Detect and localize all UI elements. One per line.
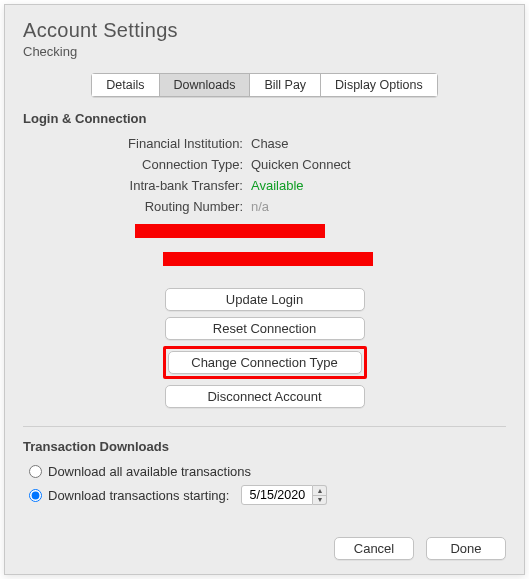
done-button[interactable]: Done [426, 537, 506, 560]
redacted-row-2 [23, 252, 506, 266]
radio-download-starting[interactable]: Download transactions starting: ▲ ▼ [23, 485, 506, 505]
row-routing-number: Routing Number: n/a [23, 199, 506, 214]
stepper-down-icon[interactable]: ▼ [313, 496, 326, 505]
page-subtitle: Checking [23, 44, 506, 59]
dialog-footer: Cancel Done [5, 527, 524, 574]
section-divider [23, 426, 506, 427]
ct-label: Connection Type: [23, 157, 251, 172]
redaction-bar [135, 224, 325, 238]
radio-all-input[interactable] [29, 465, 42, 478]
tab-details[interactable]: Details [91, 73, 158, 97]
date-stepper-buttons: ▲ ▼ [313, 485, 327, 505]
fi-value: Chase [251, 136, 289, 151]
stepper-up-icon[interactable]: ▲ [313, 486, 326, 496]
dialog-header: Account Settings Checking [5, 5, 524, 65]
radio-starting-input[interactable] [29, 489, 42, 502]
redacted-row-1 [23, 224, 506, 238]
tab-downloads[interactable]: Downloads [159, 73, 250, 97]
row-financial-institution: Financial Institution: Chase [23, 136, 506, 151]
reset-connection-button[interactable]: Reset Connection [165, 317, 365, 340]
rn-label: Routing Number: [23, 199, 251, 214]
row-connection-type: Connection Type: Quicken Connect [23, 157, 506, 172]
change-connection-highlight: Change Connection Type [163, 346, 367, 379]
ct-value: Quicken Connect [251, 157, 351, 172]
trans-section-title: Transaction Downloads [23, 439, 506, 454]
disconnect-account-button[interactable]: Disconnect Account [165, 385, 365, 408]
page-title: Account Settings [23, 19, 506, 42]
ibt-label: Intra-bank Transfer: [23, 178, 251, 193]
redaction-bar [163, 252, 373, 266]
ibt-value: Available [251, 178, 304, 193]
login-section-title: Login & Connection [23, 111, 506, 126]
update-login-button[interactable]: Update Login [165, 288, 365, 311]
radio-download-all[interactable]: Download all available transactions [23, 464, 506, 479]
cancel-button[interactable]: Cancel [334, 537, 414, 560]
radio-all-label: Download all available transactions [48, 464, 251, 479]
row-intrabank-transfer: Intra-bank Transfer: Available [23, 178, 506, 193]
tab-bar: Details Downloads Bill Pay Display Optio… [23, 73, 506, 97]
account-settings-dialog: Account Settings Checking Details Downlo… [4, 4, 525, 575]
date-input[interactable] [241, 485, 313, 505]
dialog-content: Details Downloads Bill Pay Display Optio… [5, 65, 524, 527]
tab-bill-pay[interactable]: Bill Pay [249, 73, 320, 97]
date-stepper: ▲ ▼ [241, 485, 327, 505]
rn-value: n/a [251, 199, 269, 214]
connection-buttons: Update Login Reset Connection Change Con… [23, 288, 506, 408]
radio-starting-label: Download transactions starting: [48, 488, 229, 503]
tab-display-options[interactable]: Display Options [320, 73, 438, 97]
fi-label: Financial Institution: [23, 136, 251, 151]
segmented-control: Details Downloads Bill Pay Display Optio… [91, 73, 437, 97]
change-connection-type-button[interactable]: Change Connection Type [168, 351, 362, 374]
